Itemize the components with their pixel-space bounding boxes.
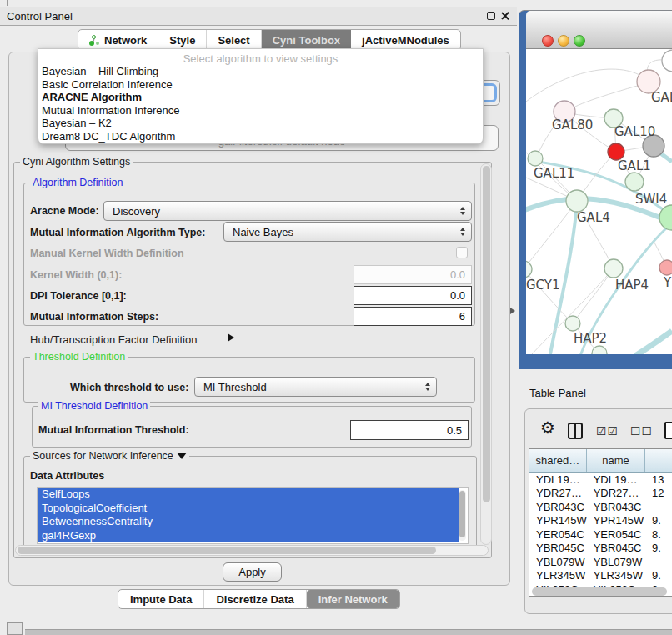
tab-style[interactable]: Style <box>158 30 207 50</box>
attribute-item-selected[interactable]: SelfLoops <box>38 488 459 502</box>
network-node-gcy1[interactable] <box>526 261 532 278</box>
kernel-width-label: Kernel Width (0,1): <box>30 269 122 281</box>
mi-threshold-field[interactable]: 0.5 <box>350 420 469 440</box>
which-threshold-label: Which threshold to use: <box>70 382 188 393</box>
table-cell: 9. <box>645 569 672 582</box>
network-icon <box>89 35 100 46</box>
network-node-hap4[interactable] <box>604 259 623 278</box>
algorithm-option[interactable]: Basic Correlation Inference <box>38 78 483 92</box>
collapse-arrow-icon[interactable] <box>177 452 187 459</box>
tab-discretize-data[interactable]: Discretize Data <box>204 590 306 608</box>
corner-widget[interactable] <box>7 622 23 635</box>
algorithm-option[interactable]: ARACNE Algorithm <box>38 91 483 104</box>
tab-select[interactable]: Select <box>207 30 261 50</box>
tab-jactivemnodules-label: jActiveMNodules <box>362 34 449 47</box>
table-row[interactable]: YLR345WYLR345W9. <box>529 569 672 583</box>
network-window-titlebar[interactable] <box>526 11 672 49</box>
table-row[interactable]: YDR27…YDR27…12 <box>529 487 672 501</box>
tab-cyni-toolbox-label: Cyni Toolbox <box>273 34 340 47</box>
vertical-scrollbar[interactable] <box>480 163 492 545</box>
table-cell: 12 <box>645 487 672 499</box>
float-window-icon[interactable] <box>487 12 495 20</box>
network-node[interactable] <box>662 50 672 72</box>
node-label: HAP2 <box>574 331 607 346</box>
tab-jactivemnodules[interactable]: jActiveMNodules <box>351 30 460 50</box>
table-row[interactable]: YPR145WYPR145W9. <box>529 514 672 528</box>
table-panel-title: Table Panel <box>529 387 586 399</box>
table-cell: YBR045C <box>529 542 587 554</box>
algorithm-prompt: Select algorithm to view settings <box>38 49 483 65</box>
mi-algorithm-type-combo[interactable]: Naive Bayes <box>223 222 472 242</box>
manual-kernel-label: Manual Kernel Width Definition <box>30 248 184 259</box>
manual-kernel-checkbox[interactable] <box>456 247 468 258</box>
select-all-checkboxes-icon[interactable]: ☑☑ <box>596 424 619 438</box>
network-node-gal4[interactable] <box>566 190 588 212</box>
list-scrollbar[interactable] <box>459 490 466 541</box>
network-node-swi4[interactable] <box>625 172 644 191</box>
mi-type-value: Naive Bayes <box>233 226 293 238</box>
algorithm-dropdown-popup: Select algorithm to view settings Bayesi… <box>38 48 484 144</box>
mi-steps-field[interactable]: 6 <box>354 307 472 326</box>
zoom-traffic-light[interactable] <box>574 35 585 47</box>
tab-impute-data[interactable]: Impute Data <box>118 590 204 608</box>
deselect-all-checkboxes-icon[interactable]: ☐☐ <box>630 424 653 438</box>
algorithm-option[interactable]: Mutual Information Inference <box>38 104 483 118</box>
algorithm-option[interactable]: Bayesian – Hill Climbing <box>38 65 483 78</box>
attribute-item-selected[interactable]: gal4RGexp <box>38 529 459 543</box>
table-column-header[interactable]: name <box>587 449 646 472</box>
mi-type-label: Mutual Information Algorithm Type: <box>30 227 205 238</box>
algorithm-option[interactable]: Bayesian – K2 <box>38 117 483 130</box>
close-icon[interactable] <box>500 11 510 21</box>
attribute-item-selected[interactable]: TopologicalCoefficient <box>38 502 459 516</box>
tab-cyni-toolbox[interactable]: Cyni Toolbox <box>262 30 351 50</box>
kernel-width-field[interactable]: 0.0 <box>354 265 472 284</box>
node-label: GAL4 <box>577 210 610 225</box>
table-row[interactable]: YER054CYER054C8. <box>529 528 672 542</box>
network-edge <box>564 82 649 112</box>
which-threshold-combo[interactable]: MI Threshold <box>194 377 437 397</box>
node-label: HAP4 <box>615 278 649 292</box>
close-traffic-light[interactable] <box>542 35 554 47</box>
table-row[interactable]: YBR045CYBR045C9. <box>529 542 672 556</box>
table-cell: YBR043C <box>587 501 645 513</box>
new-column-icon[interactable] <box>664 422 672 439</box>
table-row[interactable]: YDL19…YDL19…13 <box>529 472 672 487</box>
horizontal-scrollbar[interactable] <box>15 545 489 556</box>
network-node[interactable] <box>592 346 607 354</box>
dpi-tolerance-field[interactable]: 0.0 <box>354 286 472 305</box>
columns-icon[interactable] <box>568 422 583 439</box>
table-row[interactable]: YBL079WYBL079W <box>529 555 672 569</box>
list-scrollbar-thumb[interactable] <box>459 491 465 538</box>
hub-definition-label[interactable]: Hub/Transcription Factor Definition <box>30 333 197 346</box>
table-row[interactable]: YBR043CYBR043C <box>529 500 672 514</box>
splitter-arrow-icon[interactable] <box>510 308 515 314</box>
horizontal-scrollbar-thumb[interactable] <box>18 547 436 554</box>
network-canvas[interactable]: GALGAL80GAL10GAL1GAL11SWI4GAL4GCY1HAP4YH… <box>526 49 672 354</box>
expand-arrow-icon[interactable] <box>228 333 234 342</box>
aracne-mode-combo[interactable]: Discovery <box>103 201 472 221</box>
tab-network[interactable]: Network <box>78 30 158 50</box>
data-attributes-list[interactable]: SelfLoopsTopologicalCoefficientBetweenne… <box>37 487 469 544</box>
node-label: GCY1 <box>526 278 560 292</box>
algorithm-option[interactable]: Dream8 DC_TDC Algorithm <box>38 130 483 143</box>
network-node-hap2[interactable] <box>565 316 580 331</box>
vertical-scrollbar-thumb[interactable] <box>483 166 490 502</box>
control-panel-title: Control Panel <box>7 10 73 22</box>
network-node-y[interactable] <box>659 260 672 275</box>
gear-icon[interactable]: ⚙ <box>540 419 555 436</box>
combo-arrows-icon <box>460 228 465 236</box>
network-node-gal11[interactable] <box>528 151 543 166</box>
table-column-header[interactable]: shared… <box>529 449 587 472</box>
node-label: GAL1 <box>618 158 651 173</box>
mi-steps-label: Mutual Information Steps: <box>30 311 158 322</box>
mi-threshold-definition-title: MI Threshold Definition <box>38 400 150 412</box>
table-horizontal-scrollbar[interactable] <box>532 588 667 596</box>
minimize-traffic-light[interactable] <box>558 35 569 47</box>
tab-infer-network[interactable]: Infer Network <box>307 590 399 608</box>
apply-button-label: Apply <box>238 566 266 578</box>
sources-title: Sources for Network Inference <box>30 450 189 462</box>
network-node-gal1[interactable] <box>608 143 624 160</box>
apply-button[interactable]: Apply <box>223 562 282 582</box>
attribute-item-selected[interactable]: BetweennessCentrality <box>38 515 459 529</box>
table-column-header[interactable] <box>645 449 672 472</box>
